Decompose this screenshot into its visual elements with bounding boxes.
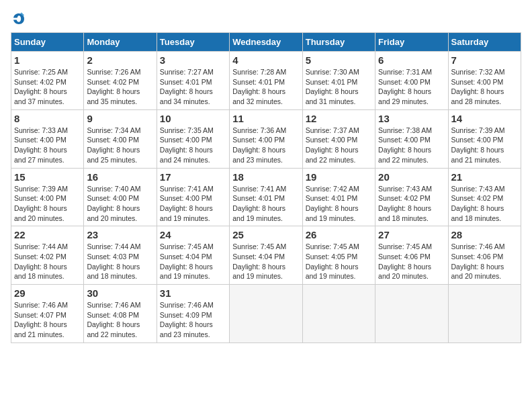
calendar-table: Sunday Monday Tuesday Wednesday Thursday… bbox=[11, 32, 521, 343]
day-info: Sunrise: 7:43 AMSunset: 4:02 PMDaylight:… bbox=[378, 184, 445, 224]
day-cell: 12Sunrise: 7:37 AMSunset: 4:00 PMDayligh… bbox=[302, 109, 375, 168]
empty-cell bbox=[230, 285, 302, 343]
day-number: 2 bbox=[87, 54, 153, 66]
day-cell: 27Sunrise: 7:45 AMSunset: 4:06 PMDayligh… bbox=[375, 226, 448, 285]
day-info: Sunrise: 7:34 AMSunset: 4:00 PMDaylight:… bbox=[87, 126, 153, 165]
day-info: Sunrise: 7:31 AMSunset: 4:00 PMDaylight:… bbox=[378, 67, 445, 107]
day-info: Sunrise: 7:44 AMSunset: 4:03 PMDaylight:… bbox=[87, 242, 153, 281]
day-info: Sunrise: 7:25 AMSunset: 4:02 PMDaylight:… bbox=[14, 67, 81, 107]
day-number: 25 bbox=[232, 229, 299, 240]
empty-cell bbox=[302, 285, 375, 343]
day-info: Sunrise: 7:46 AMSunset: 4:08 PMDaylight:… bbox=[87, 300, 153, 340]
day-info: Sunrise: 7:35 AMSunset: 4:00 PMDaylight:… bbox=[160, 126, 226, 165]
day-number: 1 bbox=[14, 54, 81, 66]
day-number: 5 bbox=[306, 54, 372, 66]
day-cell: 26Sunrise: 7:45 AMSunset: 4:05 PMDayligh… bbox=[302, 226, 375, 285]
col-saturday: Saturday bbox=[448, 33, 521, 52]
day-number: 17 bbox=[160, 171, 226, 183]
day-number: 16 bbox=[87, 171, 153, 183]
day-number: 10 bbox=[160, 113, 226, 124]
day-cell: 1Sunrise: 7:25 AMSunset: 4:02 PMDaylight… bbox=[11, 52, 84, 110]
calendar-row: 29Sunrise: 7:46 AMSunset: 4:07 PMDayligh… bbox=[11, 285, 521, 343]
day-info: Sunrise: 7:46 AMSunset: 4:06 PMDaylight:… bbox=[451, 242, 518, 281]
day-cell: 4Sunrise: 7:28 AMSunset: 4:01 PMDaylight… bbox=[230, 52, 302, 110]
day-cell: 30Sunrise: 7:46 AMSunset: 4:08 PMDayligh… bbox=[84, 285, 157, 343]
calendar-row: 22Sunrise: 7:44 AMSunset: 4:02 PMDayligh… bbox=[11, 226, 521, 285]
day-cell: 19Sunrise: 7:42 AMSunset: 4:01 PMDayligh… bbox=[302, 168, 375, 226]
day-number: 22 bbox=[14, 229, 81, 240]
day-number: 24 bbox=[160, 229, 226, 240]
logo-icon bbox=[11, 11, 27, 27]
day-info: Sunrise: 7:42 AMSunset: 4:01 PMDaylight:… bbox=[306, 184, 372, 224]
calendar-row: 1Sunrise: 7:25 AMSunset: 4:02 PMDaylight… bbox=[11, 52, 521, 110]
day-number: 12 bbox=[306, 113, 372, 124]
day-cell: 23Sunrise: 7:44 AMSunset: 4:03 PMDayligh… bbox=[84, 226, 157, 285]
day-number: 26 bbox=[306, 229, 372, 240]
day-cell: 7Sunrise: 7:32 AMSunset: 4:00 PMDaylight… bbox=[448, 52, 521, 110]
day-info: Sunrise: 7:45 AMSunset: 4:04 PMDaylight:… bbox=[232, 242, 299, 281]
col-tuesday: Tuesday bbox=[157, 33, 229, 52]
day-info: Sunrise: 7:45 AMSunset: 4:04 PMDaylight:… bbox=[160, 242, 226, 281]
day-number: 15 bbox=[14, 171, 81, 183]
day-cell: 2Sunrise: 7:26 AMSunset: 4:02 PMDaylight… bbox=[84, 52, 157, 110]
col-thursday: Thursday bbox=[302, 33, 375, 52]
header-row: Sunday Monday Tuesday Wednesday Thursday… bbox=[11, 33, 521, 52]
day-cell: 31Sunrise: 7:46 AMSunset: 4:09 PMDayligh… bbox=[157, 285, 229, 343]
day-info: Sunrise: 7:46 AMSunset: 4:09 PMDaylight:… bbox=[160, 300, 226, 340]
col-friday: Friday bbox=[375, 33, 448, 52]
day-cell: 13Sunrise: 7:38 AMSunset: 4:00 PMDayligh… bbox=[375, 109, 448, 168]
day-cell: 16Sunrise: 7:40 AMSunset: 4:00 PMDayligh… bbox=[84, 168, 157, 226]
day-cell: 10Sunrise: 7:35 AMSunset: 4:00 PMDayligh… bbox=[157, 109, 229, 168]
day-cell: 15Sunrise: 7:39 AMSunset: 4:00 PMDayligh… bbox=[11, 168, 84, 226]
col-sunday: Sunday bbox=[11, 33, 84, 52]
day-number: 30 bbox=[87, 287, 153, 299]
day-number: 7 bbox=[451, 54, 518, 66]
logo bbox=[11, 11, 30, 27]
empty-cell bbox=[375, 285, 448, 343]
day-info: Sunrise: 7:41 AMSunset: 4:01 PMDaylight:… bbox=[232, 184, 299, 224]
day-cell: 20Sunrise: 7:43 AMSunset: 4:02 PMDayligh… bbox=[375, 168, 448, 226]
day-cell: 22Sunrise: 7:44 AMSunset: 4:02 PMDayligh… bbox=[11, 226, 84, 285]
day-info: Sunrise: 7:27 AMSunset: 4:01 PMDaylight:… bbox=[160, 67, 226, 107]
day-number: 27 bbox=[378, 229, 445, 240]
day-cell: 18Sunrise: 7:41 AMSunset: 4:01 PMDayligh… bbox=[230, 168, 302, 226]
page-header bbox=[11, 11, 521, 27]
day-info: Sunrise: 7:36 AMSunset: 4:00 PMDaylight:… bbox=[232, 126, 299, 165]
day-info: Sunrise: 7:39 AMSunset: 4:00 PMDaylight:… bbox=[14, 184, 81, 224]
day-number: 20 bbox=[378, 171, 445, 183]
day-cell: 25Sunrise: 7:45 AMSunset: 4:04 PMDayligh… bbox=[230, 226, 302, 285]
day-number: 29 bbox=[14, 287, 81, 299]
day-info: Sunrise: 7:38 AMSunset: 4:00 PMDaylight:… bbox=[378, 126, 445, 165]
day-info: Sunrise: 7:44 AMSunset: 4:02 PMDaylight:… bbox=[14, 242, 81, 281]
day-info: Sunrise: 7:33 AMSunset: 4:00 PMDaylight:… bbox=[14, 126, 81, 165]
day-info: Sunrise: 7:37 AMSunset: 4:00 PMDaylight:… bbox=[306, 126, 372, 165]
day-number: 18 bbox=[232, 171, 299, 183]
day-info: Sunrise: 7:45 AMSunset: 4:05 PMDaylight:… bbox=[306, 242, 372, 281]
day-cell: 6Sunrise: 7:31 AMSunset: 4:00 PMDaylight… bbox=[375, 52, 448, 110]
day-cell: 21Sunrise: 7:43 AMSunset: 4:02 PMDayligh… bbox=[448, 168, 521, 226]
day-number: 31 bbox=[160, 287, 226, 299]
day-info: Sunrise: 7:28 AMSunset: 4:01 PMDaylight:… bbox=[232, 67, 299, 107]
day-info: Sunrise: 7:43 AMSunset: 4:02 PMDaylight:… bbox=[451, 184, 518, 224]
day-info: Sunrise: 7:45 AMSunset: 4:06 PMDaylight:… bbox=[378, 242, 445, 281]
day-info: Sunrise: 7:39 AMSunset: 4:00 PMDaylight:… bbox=[451, 126, 518, 165]
day-info: Sunrise: 7:41 AMSunset: 4:00 PMDaylight:… bbox=[160, 184, 226, 224]
day-number: 8 bbox=[14, 113, 81, 124]
day-number: 13 bbox=[378, 113, 445, 124]
day-number: 11 bbox=[232, 113, 299, 124]
col-wednesday: Wednesday bbox=[230, 33, 302, 52]
day-info: Sunrise: 7:46 AMSunset: 4:07 PMDaylight:… bbox=[14, 300, 81, 340]
day-cell: 11Sunrise: 7:36 AMSunset: 4:00 PMDayligh… bbox=[230, 109, 302, 168]
day-cell: 8Sunrise: 7:33 AMSunset: 4:00 PMDaylight… bbox=[11, 109, 84, 168]
day-number: 4 bbox=[232, 54, 299, 66]
day-cell: 5Sunrise: 7:30 AMSunset: 4:01 PMDaylight… bbox=[302, 52, 375, 110]
day-info: Sunrise: 7:40 AMSunset: 4:00 PMDaylight:… bbox=[87, 184, 153, 224]
day-number: 23 bbox=[87, 229, 153, 240]
day-cell: 9Sunrise: 7:34 AMSunset: 4:00 PMDaylight… bbox=[84, 109, 157, 168]
day-info: Sunrise: 7:32 AMSunset: 4:00 PMDaylight:… bbox=[451, 67, 518, 107]
day-number: 3 bbox=[160, 54, 226, 66]
day-number: 6 bbox=[378, 54, 445, 66]
col-monday: Monday bbox=[84, 33, 157, 52]
day-cell: 29Sunrise: 7:46 AMSunset: 4:07 PMDayligh… bbox=[11, 285, 84, 343]
day-number: 28 bbox=[451, 229, 518, 240]
